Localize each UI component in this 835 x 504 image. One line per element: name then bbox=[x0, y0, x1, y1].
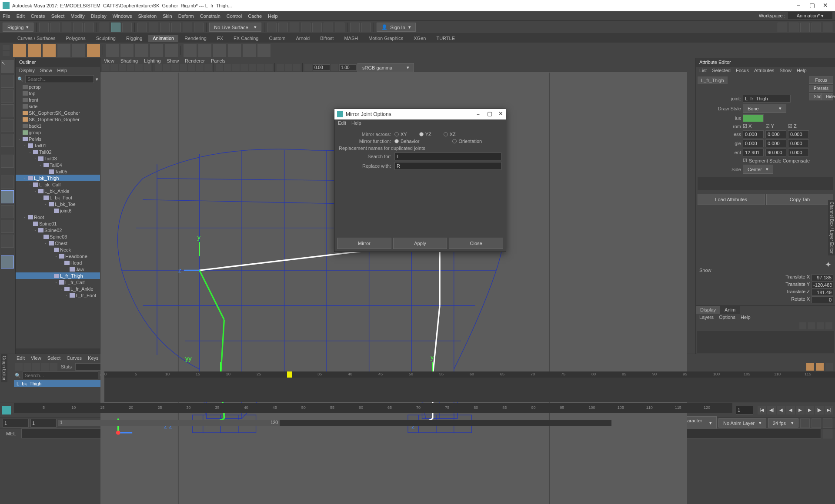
fps-dropdown[interactable]: 24 fps▾ bbox=[768, 418, 798, 428]
scale-tool-icon[interactable] bbox=[1, 134, 14, 147]
outliner-item-l-bk-calf[interactable]: -L_bk_Calf bbox=[16, 181, 100, 188]
shelf-tab-polygons[interactable]: Polygons bbox=[61, 35, 90, 42]
outliner-item-sk-gopher-bn-gopher[interactable]: SK_Gopher:Bn_Gopher bbox=[16, 116, 100, 123]
vp-exposure-input[interactable] bbox=[313, 64, 330, 71]
menu-cache[interactable]: Cache bbox=[248, 13, 262, 19]
shelf-tab-arnold[interactable]: Arnold bbox=[291, 35, 314, 42]
vp-field-chart-icon[interactable] bbox=[188, 64, 195, 71]
paint-select-tool-icon[interactable] bbox=[1, 90, 14, 103]
auto-key-icon[interactable] bbox=[800, 418, 810, 428]
mirror-func-behavior-radio[interactable]: Behavior bbox=[394, 139, 419, 144]
channel-box-icon[interactable] bbox=[823, 23, 832, 32]
gle-x-input[interactable] bbox=[743, 139, 764, 147]
layer-menu-layers[interactable]: Layers bbox=[699, 315, 714, 321]
anim-layers-tab[interactable]: Anim bbox=[720, 306, 740, 314]
outliner-item-neck[interactable]: -Neck bbox=[16, 246, 100, 253]
vp-xray-joints-icon[interactable] bbox=[285, 64, 292, 71]
last-tool-icon[interactable] bbox=[1, 155, 14, 168]
vp-exposure-icon[interactable] bbox=[304, 64, 312, 71]
outliner-item-l-bk-thigh[interactable]: -L_bk_Thigh bbox=[16, 175, 100, 181]
shelf-set-breakdown-icon[interactable] bbox=[43, 44, 56, 57]
vp-textured-icon[interactable] bbox=[265, 64, 273, 71]
ge-menu-edit[interactable]: Edit bbox=[17, 355, 25, 361]
ess-y-input[interactable] bbox=[765, 130, 786, 138]
layer-move-up-icon[interactable] bbox=[799, 322, 806, 329]
ge-open-trax-icon[interactable] bbox=[816, 363, 824, 371]
shelf-orient-constraint-icon[interactable] bbox=[213, 44, 226, 57]
attr-show-button[interactable]: Show bbox=[809, 93, 821, 100]
outliner-item-l-bk-ankle[interactable]: -L_bk_Ankle bbox=[16, 188, 100, 194]
step-back-icon[interactable]: ◀ bbox=[777, 406, 785, 414]
menu-display[interactable]: Display bbox=[91, 13, 107, 19]
mirror-axis-yz-radio[interactable]: YZ bbox=[419, 132, 431, 137]
shelf-unghost-icon[interactable] bbox=[120, 44, 134, 57]
attr-menu-selected[interactable]: Selected bbox=[712, 68, 731, 74]
shelf-bake-icon[interactable] bbox=[150, 44, 163, 57]
outliner-tree[interactable]: persptopfrontsideSK_Gopher:SK_GopherSK_G… bbox=[16, 83, 100, 348]
render-icon[interactable] bbox=[267, 23, 277, 32]
close-button[interactable]: Close bbox=[449, 238, 503, 249]
snap-view-icon[interactable] bbox=[194, 23, 204, 32]
viewport-menu-show[interactable]: Show bbox=[167, 58, 179, 63]
shelf-tab-mash[interactable]: MASH bbox=[340, 35, 362, 42]
snap-point-icon[interactable] bbox=[160, 23, 170, 32]
four-pane-icon[interactable] bbox=[1, 190, 14, 203]
outliner-item-tail01[interactable]: -Tail01 bbox=[16, 142, 100, 149]
vp-bookmarks-icon[interactable] bbox=[119, 64, 126, 71]
vp-smooth-shade-icon[interactable] bbox=[224, 64, 231, 71]
vp-grease-icon[interactable] bbox=[144, 64, 151, 71]
shelf-tab-rendering[interactable]: Rendering bbox=[180, 35, 211, 42]
ge-lattice-icon[interactable] bbox=[32, 363, 40, 371]
workspace-dropdown[interactable]: Workspace : Animation* ▾ bbox=[759, 13, 832, 19]
outliner-item-headbone[interactable]: -Headbone bbox=[16, 253, 100, 259]
vp-safe-title-icon[interactable] bbox=[204, 64, 212, 71]
maximize-icon[interactable]: ▢ bbox=[809, 2, 815, 10]
shelf-hold-icon[interactable] bbox=[57, 44, 70, 57]
attr-node-tab[interactable]: L_fr_Thigh bbox=[698, 76, 728, 84]
vp-gamma-input[interactable] bbox=[339, 64, 357, 71]
mode-dropdown[interactable]: Rigging▾ bbox=[3, 23, 33, 32]
layer-list[interactable] bbox=[697, 331, 834, 353]
render-setup-icon[interactable] bbox=[324, 23, 333, 32]
outliner-layout-icon[interactable] bbox=[1, 255, 14, 269]
render-settings-icon[interactable] bbox=[290, 23, 299, 32]
ge-insert-key-icon[interactable] bbox=[23, 363, 31, 371]
shelf-tab-animation[interactable]: Animation bbox=[148, 35, 178, 42]
viewport-menu-shading[interactable]: Shading bbox=[120, 58, 138, 63]
select-tool-icon[interactable]: ↖ bbox=[1, 60, 14, 73]
shelf-tab-motion-graphics[interactable]: Motion Graphics bbox=[364, 35, 407, 42]
chan-translate-y-input[interactable] bbox=[812, 282, 833, 288]
dialog-titlebar[interactable]: Mirror Joint Options － ▢ ✕ bbox=[334, 109, 506, 119]
pause-icon[interactable] bbox=[361, 23, 371, 32]
ge-open-dope-icon[interactable] bbox=[806, 363, 814, 371]
dialog-menu-help[interactable]: Help bbox=[351, 120, 361, 126]
dialog-minimize-icon[interactable]: － bbox=[475, 110, 481, 118]
menu-select[interactable]: Select bbox=[51, 13, 65, 19]
outliner-item-root[interactable]: -Root bbox=[16, 214, 100, 220]
outliner-item-tail03[interactable]: -Tail03 bbox=[16, 155, 100, 162]
ipr-icon[interactable] bbox=[278, 23, 288, 32]
attr-focus-button[interactable]: Focus bbox=[809, 76, 833, 84]
redo-icon[interactable] bbox=[84, 23, 94, 32]
shelf-graph-editor-icon[interactable] bbox=[72, 44, 85, 57]
ge-menu-curves[interactable]: Curves bbox=[67, 355, 82, 361]
play-back-icon[interactable]: ◀ bbox=[786, 406, 795, 414]
outliner-item-l-fr-calf[interactable]: -L_fr_Calf bbox=[16, 279, 100, 285]
shelf-parent-constraint-icon[interactable] bbox=[184, 44, 197, 57]
ge-menu-select[interactable]: Select bbox=[47, 355, 61, 361]
go-start-icon[interactable]: |◀ bbox=[758, 406, 766, 414]
ess-x-input[interactable] bbox=[743, 130, 764, 138]
ge-search-input[interactable] bbox=[23, 371, 98, 379]
segment-scale-checkbox[interactable]: ☑ bbox=[743, 158, 747, 163]
viewport-menu-view[interactable]: View bbox=[104, 58, 114, 63]
vp-film-gate-icon[interactable] bbox=[163, 64, 170, 71]
shelf-tab-custom[interactable]: Custom bbox=[265, 35, 290, 42]
vp-resolution-gate-icon[interactable] bbox=[171, 64, 179, 71]
dialog-close-icon[interactable]: ✕ bbox=[498, 110, 503, 118]
three-pane-icon[interactable] bbox=[1, 235, 14, 248]
menu-file[interactable]: File bbox=[3, 13, 10, 19]
outliner-item-l-fr-foot[interactable]: -L_fr_Foot bbox=[16, 292, 100, 298]
vp-use-lights-icon[interactable] bbox=[232, 64, 240, 71]
attr-presets-button[interactable]: Presets bbox=[809, 85, 833, 92]
menu-edit[interactable]: Edit bbox=[17, 13, 25, 19]
